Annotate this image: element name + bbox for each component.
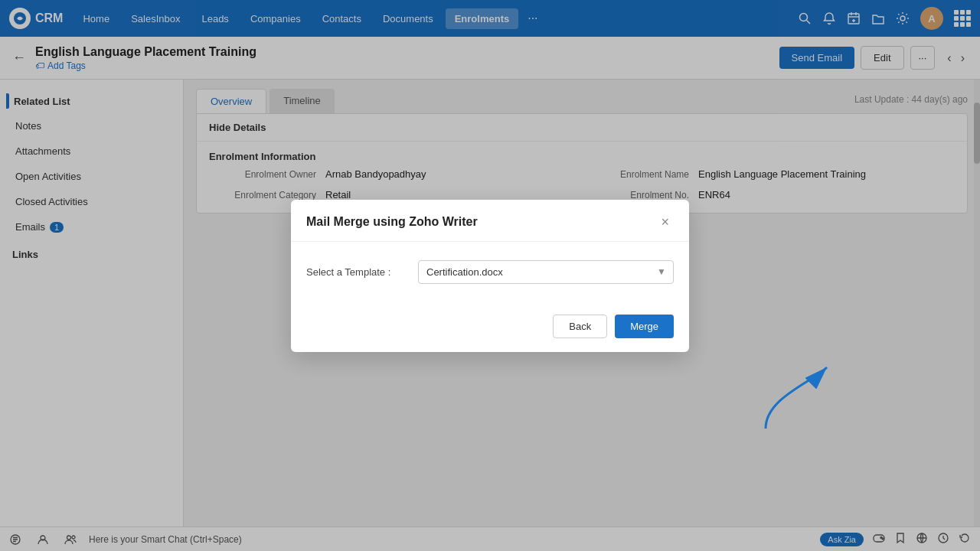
modal-header: Mail Merge using Zoho Writer × xyxy=(291,200,689,242)
arrow-annotation xyxy=(750,352,858,444)
template-select-row: Select a Template : Certification.docx W… xyxy=(306,260,674,284)
modal-footer: Back Merge xyxy=(291,305,689,352)
merge-button[interactable]: Merge xyxy=(615,315,674,338)
modal-overlay: Mail Merge using Zoho Writer × Select a … xyxy=(0,0,980,551)
mail-merge-modal: Mail Merge using Zoho Writer × Select a … xyxy=(291,200,689,352)
modal-body: Select a Template : Certification.docx W… xyxy=(291,242,689,305)
back-button-modal[interactable]: Back xyxy=(553,315,607,338)
modal-title: Mail Merge using Zoho Writer xyxy=(306,215,478,229)
template-select-wrapper: Certification.docx Welcome Letter.docx O… xyxy=(418,260,674,284)
template-select[interactable]: Certification.docx Welcome Letter.docx O… xyxy=(418,260,674,284)
modal-close-button[interactable]: × xyxy=(656,214,674,230)
template-select-label: Select a Template : xyxy=(306,266,406,278)
